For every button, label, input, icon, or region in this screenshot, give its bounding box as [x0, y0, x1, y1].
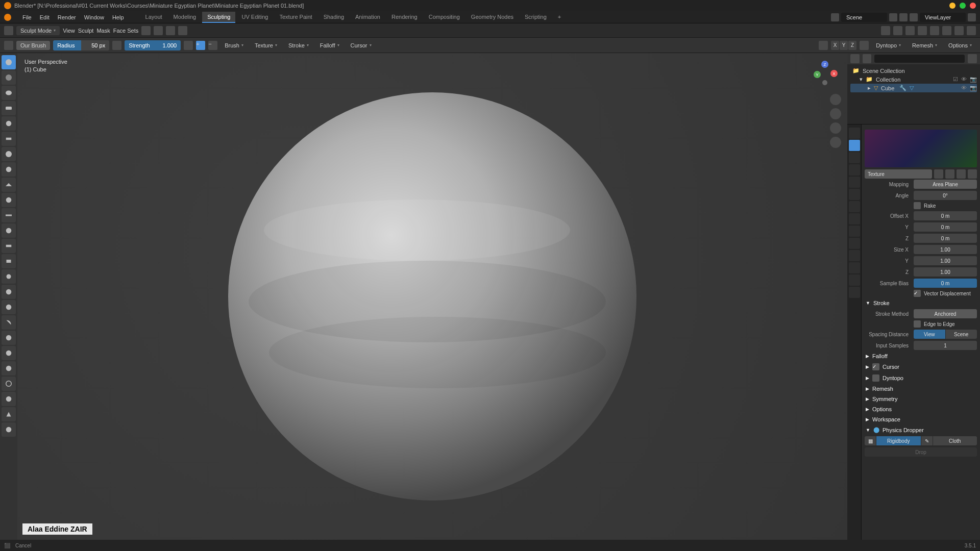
- tool-pinch[interactable]: [2, 269, 16, 284]
- shading-rendered-icon[interactable]: [967, 26, 976, 35]
- mirror-y-button[interactable]: Y: [840, 41, 848, 50]
- brush-preview-icon[interactable]: [4, 41, 13, 50]
- exclude-toggle-icon[interactable]: ☑: [953, 76, 958, 83]
- menu-help[interactable]: Help: [112, 14, 124, 20]
- mirror-x-button[interactable]: X: [831, 41, 839, 50]
- viewlayer-new-icon[interactable]: [968, 13, 976, 21]
- texture-name-field[interactable]: Texture: [865, 169, 932, 179]
- viewlayer-field[interactable]: ViewLayer: [920, 13, 966, 22]
- dyntopo-panel-header[interactable]: ▶Dyntopo: [865, 372, 977, 384]
- minimize-button[interactable]: [949, 3, 955, 9]
- tool-draw-sharp[interactable]: [2, 70, 16, 85]
- radius-pressure-icon[interactable]: [112, 41, 121, 50]
- brush-dropdown[interactable]: Brush▾: [220, 41, 248, 50]
- outliner-cube[interactable]: ▸ ▽ Cube 🔧 ▽ 👁 📷: [850, 84, 977, 92]
- camera-icon[interactable]: [830, 122, 841, 134]
- strength-pressure-icon[interactable]: [184, 41, 193, 50]
- tool-grab[interactable]: [2, 285, 16, 299]
- tab-uv-editing[interactable]: UV Editing: [236, 12, 273, 23]
- tab-rendering[interactable]: Rendering: [386, 12, 423, 23]
- physics-dropper-panel-header[interactable]: ▼⬤Physics Dropper: [865, 424, 977, 435]
- tab-sculpting[interactable]: Sculpting: [202, 12, 235, 23]
- rake-checkbox[interactable]: [914, 202, 921, 209]
- maximize-button[interactable]: [960, 3, 966, 9]
- size-z-field[interactable]: 1.00: [914, 267, 977, 277]
- tab-particle-props[interactable]: [849, 226, 860, 237]
- drop-button[interactable]: Drop: [865, 447, 977, 457]
- radius-slider[interactable]: Radius 50 px: [53, 40, 109, 51]
- menu-view[interactable]: View: [63, 28, 75, 34]
- tool-fill[interactable]: [2, 223, 16, 238]
- tool-blob[interactable]: [2, 162, 16, 177]
- xray-icon[interactable]: [918, 26, 927, 35]
- tab-data-props[interactable]: [849, 262, 860, 273]
- physics-icon-button[interactable]: ▦: [865, 436, 876, 445]
- perspective-icon[interactable]: [830, 137, 841, 148]
- outliner-search-input[interactable]: [874, 55, 965, 63]
- tab-shading[interactable]: Shading: [318, 12, 349, 23]
- input-samples-field[interactable]: 1: [914, 341, 977, 350]
- tab-scene-props[interactable]: [849, 177, 860, 188]
- render-toggle-icon[interactable]: 📷: [970, 85, 977, 91]
- tab-material-props[interactable]: [849, 274, 860, 286]
- tool-rotate[interactable]: [2, 377, 16, 391]
- pivot-icon[interactable]: [154, 26, 163, 35]
- tab-render-props[interactable]: [849, 128, 860, 139]
- mapping-select[interactable]: Area Plane: [914, 180, 977, 189]
- tab-geometry-nodes[interactable]: Geometry Nodes: [466, 12, 519, 23]
- tool-boundary[interactable]: [2, 407, 16, 421]
- dyntopo-checkbox[interactable]: [872, 374, 879, 382]
- app-icon[interactable]: [4, 14, 11, 21]
- tab-tool-props[interactable]: [849, 140, 860, 151]
- tab-animation[interactable]: Animation: [350, 12, 385, 23]
- mirror-options-icon[interactable]: [860, 41, 869, 50]
- options-dropdown[interactable]: Options▾: [944, 41, 976, 50]
- status-cancel[interactable]: Cancel: [15, 543, 31, 548]
- close-button[interactable]: [970, 3, 976, 9]
- angle-field[interactable]: 0°: [914, 191, 977, 200]
- tab-modifier-props[interactable]: [849, 213, 860, 224]
- shading-wireframe-icon[interactable]: [930, 26, 939, 35]
- tool-snake-hook[interactable]: [2, 315, 16, 330]
- texture-dropdown[interactable]: Texture▾: [251, 41, 281, 50]
- tab-viewlayer-props[interactable]: [849, 164, 860, 176]
- tool-inflate[interactable]: [2, 147, 16, 161]
- tab-texture-props[interactable]: [849, 287, 860, 298]
- zoom-icon[interactable]: [830, 94, 841, 105]
- outliner-type-icon[interactable]: [850, 54, 860, 63]
- options-panel-header[interactable]: ▶Options: [865, 404, 977, 414]
- tab-physics-props[interactable]: [849, 238, 860, 249]
- tab-object-props[interactable]: [849, 201, 860, 212]
- tool-cloth[interactable]: [2, 422, 16, 437]
- gizmo-toggle-icon[interactable]: [893, 26, 902, 35]
- direction-subtract-icon[interactable]: −: [208, 41, 217, 50]
- tool-crease[interactable]: [2, 178, 16, 192]
- menu-render[interactable]: Render: [58, 14, 76, 20]
- remesh-panel-header[interactable]: ▶Remesh: [865, 384, 977, 394]
- sculpt-object[interactable]: [223, 87, 642, 506]
- tool-smooth[interactable]: [2, 193, 16, 207]
- mirror-z-button[interactable]: Z: [848, 41, 856, 50]
- tab-compositing[interactable]: Compositing: [424, 12, 465, 23]
- tool-clay-thumb[interactable]: [2, 116, 16, 131]
- tool-clay-strips[interactable]: [2, 101, 16, 115]
- tab-world-props[interactable]: [849, 189, 860, 200]
- shading-material-icon[interactable]: [954, 26, 964, 35]
- texture-unlink-icon[interactable]: [957, 169, 966, 179]
- cursor-panel-header[interactable]: ▶Cursor: [865, 361, 977, 372]
- tab-constraint-props[interactable]: [849, 250, 860, 261]
- tool-slide[interactable]: [2, 392, 16, 406]
- outliner-collection[interactable]: ▾ 📁 Collection ☑ 👁 📷: [850, 75, 977, 84]
- falloff-dropdown[interactable]: Falloff▾: [316, 41, 344, 50]
- tab-output-props[interactable]: [849, 152, 860, 163]
- render-toggle-icon[interactable]: 📷: [970, 76, 977, 83]
- scene-icon[interactable]: [831, 13, 839, 21]
- tab-scripting[interactable]: Scripting: [520, 12, 552, 23]
- falloff-panel-header[interactable]: ▶Falloff: [865, 351, 977, 361]
- pan-icon[interactable]: [830, 108, 841, 119]
- visibility-toggle-icon[interactable]: 👁: [961, 85, 967, 91]
- snap-icon[interactable]: [166, 26, 175, 35]
- texture-settings-icon[interactable]: [968, 169, 977, 179]
- stroke-dropdown[interactable]: Stroke▾: [284, 41, 313, 50]
- direction-add-icon[interactable]: +: [196, 41, 205, 50]
